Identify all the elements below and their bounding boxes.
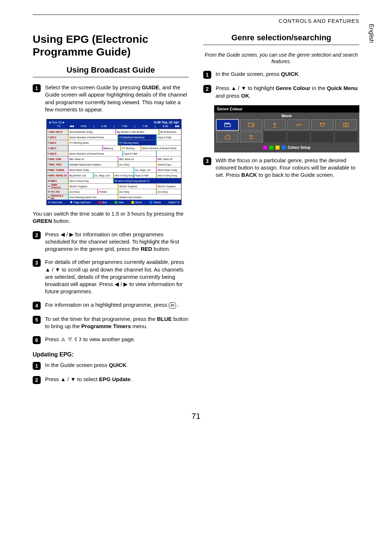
step-6: 6 Press ⩓ ⩔ ⟪ ⟫ to view another page. <box>33 336 189 344</box>
epg-programme: 45 Battlefield Detectives <box>118 135 156 140</box>
epg-programme: World's Toughest <box>68 184 118 189</box>
epg-row: 3 ABC2ITV Morning NewsITV Morning News <box>47 140 181 145</box>
step-badge: 2 <box>33 376 41 384</box>
epg-row: 4 ABC1BalamoryITV Morning…Seven Wonders … <box>47 145 181 151</box>
epg-programme: Hope & Faith <box>134 173 156 178</box>
genre-icon-empty <box>264 131 286 142</box>
epg-programme: Fimbles <box>97 189 118 194</box>
epg-programme: vets in Hong Kong <box>113 173 134 178</box>
step-badge: 5 <box>33 316 41 324</box>
step-badge: 3 <box>33 259 41 267</box>
step-2: 2 Press ◀ / ▶ for information on other p… <box>33 231 189 253</box>
epg-programme: ITV Morning News <box>68 140 118 145</box>
genre-icon-education[interactable] <box>335 119 357 130</box>
genre-icon-children[interactable] <box>311 119 333 130</box>
epg-programme: Animal Cops… <box>156 162 181 167</box>
epg-programme: Animal Cops Houston <box>118 195 181 200</box>
genre-intro: From the Guide screen, you can use the g… <box>203 52 359 65</box>
section-broadcast-guide: Using Broadcast Guide <box>33 65 189 77</box>
epg-row: 6 BBC ONEBBC News 24BBC News 24BBC News … <box>47 156 181 162</box>
epg-programme: Zoo Story <box>156 189 181 194</box>
epg-programme <box>68 146 102 151</box>
epg-programme: Good Morning Sports Fan <box>68 195 118 200</box>
epg-row: 1 ABC HDTVWorld Business TodayBig Brothe… <box>47 129 181 134</box>
epg-programme: World's Toughest <box>118 184 156 189</box>
genre-icon-empty <box>335 131 357 142</box>
after-image-note: You can switch the time scale to 1.5 or … <box>33 210 189 225</box>
genre-colour-panel: Genre Colour Movie <box>214 105 359 152</box>
genre-icon-empty <box>287 131 310 142</box>
step-badge: 6 <box>33 336 41 344</box>
epg-row: 7 BBC TWOKickstart Natural Born DealersZ… <box>47 162 181 167</box>
epg-programme: BBC News 24 <box>118 156 156 162</box>
svg-rect-0 <box>224 124 230 127</box>
epg-programme: Go, Diego, Go! <box>134 167 156 172</box>
step-3: 3 For details of other programmes curren… <box>33 258 189 295</box>
epg-programme: World News Today <box>156 167 181 172</box>
epg-programme: Hope & Faith <box>156 135 181 140</box>
epg-programme: 45 vets in Hong Kong episode 12 <box>113 178 181 183</box>
genre-icon-movie[interactable] <box>216 119 238 130</box>
epg-programme: World Business Today <box>68 129 115 134</box>
epg-programme: Seven Wonders of Ancient Rome <box>68 135 118 140</box>
page-number: 71 <box>33 412 359 421</box>
header-section: CONTROLS AND FEATURES <box>33 18 359 24</box>
epg-row: 13 FRANCE 2 HDGood Morning Sports FanAni… <box>47 194 181 200</box>
epg-programme: Big Brother's Little Brother <box>115 129 159 134</box>
svg-point-5 <box>320 123 321 124</box>
genre-selected-label: Movie <box>214 113 359 119</box>
epg-programme: BBC News 24 <box>156 156 181 162</box>
genre-icon-home[interactable] <box>216 131 238 142</box>
epg-footer: i+ More Info ▣ Page Up/Down Now View Gen… <box>47 200 181 205</box>
genre-icon-drama[interactable] <box>264 119 286 130</box>
epg-programme: Hope & Faith <box>122 151 156 156</box>
epg-times: ◀◀ 6:00| 6:30| 7:00| 7:30| 8:00 ▶▶ <box>69 125 180 128</box>
epg-row: 10 BBCivets in Hong Kong45 vets in Hong … <box>47 178 181 183</box>
svg-point-6 <box>323 123 325 124</box>
epg-programme: World Business… <box>159 129 181 134</box>
step-badge: 1 <box>33 362 41 370</box>
epg-programme: Seven Wonders of Ancient Rome <box>68 151 122 156</box>
info-button-icon: i+ <box>169 302 176 309</box>
epg-programme: Zoo Story <box>68 189 97 194</box>
epg-programme: Big Brother Live <box>68 173 93 178</box>
epg-row: 5 ABC3Seven Wonders of Ancient RomeHope … <box>47 151 181 156</box>
epg-row: 12 TF1 HDZoo StoryFimblesZoo StoryZoo St… <box>47 189 181 194</box>
left-column: Using EPG (Electronic Programme Guide) U… <box>33 33 189 390</box>
epg-row: 9 BBC NEWS 24Big Brother LiveGo, Diego, … <box>47 172 181 178</box>
epg-row: 11 CBBC ChannelWorld's ToughestWorld's T… <box>47 183 181 189</box>
step-5: 5 To set the timer for that programme, p… <box>33 315 189 330</box>
update-step-2: 2 Press ▲ / ▼ to select EPG Update. <box>33 376 189 384</box>
genre-icon-news[interactable] <box>240 119 262 130</box>
right-column: Genre selection/searching From the Guide… <box>203 33 359 390</box>
language-tab: English <box>367 22 376 45</box>
svg-rect-2 <box>253 124 254 127</box>
svg-rect-1 <box>248 123 253 127</box>
epg-programme: ITV Morning… <box>120 146 140 151</box>
svg-point-3 <box>274 123 276 125</box>
epg-programme: Seven Wonders of Ancient Rome <box>140 146 181 151</box>
epg-programme: ITV Morning News <box>118 140 156 145</box>
epg-programme: Go, Diego, Go! <box>93 173 113 178</box>
epg-programme: Zoo Story <box>118 189 156 194</box>
genre-step-1: 1 In the Guide screen, press QUICK. <box>203 70 359 79</box>
epg-row: 2 ABC1Seven Wonders of Ancient Rome45 Ba… <box>47 134 181 140</box>
epg-programme: vets in Hong Kong <box>156 173 181 178</box>
genre-icon-sports[interactable] <box>287 119 310 130</box>
epg-screenshot: ◂ Tue 22 ▸ 5:48 Tue, 22 Apr TV ◀◀ 6:00| … <box>46 119 181 205</box>
genre-step-3: 3 With the focus on a particular genre, … <box>203 157 359 179</box>
epg-programme <box>156 140 181 145</box>
genre-icon-social[interactable] <box>240 131 262 142</box>
section-genre: Genre selection/searching <box>203 33 359 45</box>
step-badge: 1 <box>203 71 211 79</box>
update-step-1: 1 In the Guide screen press QUICK. <box>33 362 189 370</box>
step-badge: 2 <box>203 85 211 93</box>
epg-programme: Kickstart Natural Born Dealers <box>68 162 118 167</box>
epg-programme: World News Today <box>68 167 134 172</box>
step-badge: 1 <box>33 84 41 92</box>
epg-row: 8 BBC THREEWorld News TodayGo, Diego, Go… <box>47 167 181 172</box>
step-1: 1 Select the on-screen Guide by pressing… <box>33 84 189 113</box>
epg-programme <box>156 151 181 156</box>
subhead-updating-epg: Updating EPG: <box>33 351 189 358</box>
epg-programme: Balamory <box>102 146 120 151</box>
